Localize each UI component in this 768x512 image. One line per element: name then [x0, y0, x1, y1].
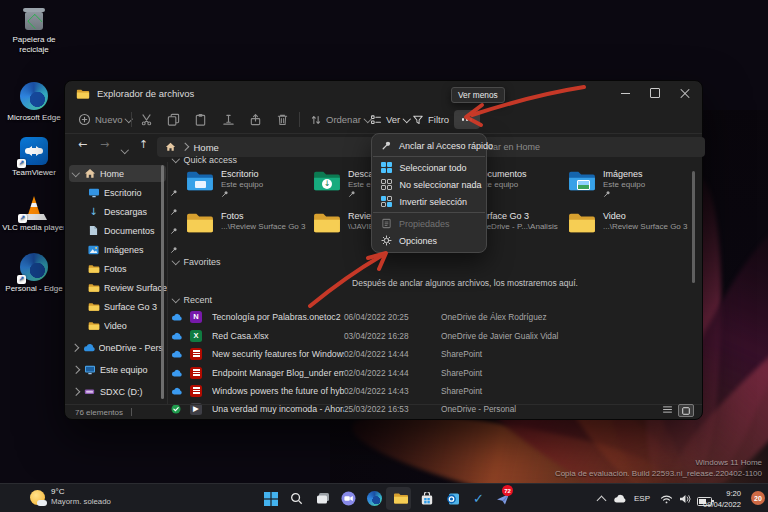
- notification-count-badge[interactable]: 20: [751, 491, 765, 505]
- select-none-icon: [381, 179, 392, 190]
- pin-icon: [170, 246, 178, 254]
- todo-check-icon: ✓: [473, 492, 484, 505]
- pin-icon: [170, 227, 178, 235]
- title-bar[interactable]: Explorador de archivos: [65, 81, 702, 106]
- volume-icon[interactable]: [676, 490, 693, 507]
- new-button[interactable]: Nuevo: [73, 109, 137, 130]
- sidebar-item-video[interactable]: Video: [69, 317, 181, 334]
- wifi-icon[interactable]: [658, 490, 675, 507]
- shortcut-arrow-icon: ↗: [17, 159, 26, 168]
- sidebar-item-documentos[interactable]: Documentos: [69, 222, 181, 239]
- menu-item-seleccionar-todo[interactable]: Seleccionar todo: [372, 159, 486, 176]
- up-button[interactable]: ↑: [139, 139, 148, 150]
- sidebar-item-imagenes[interactable]: Imágenes: [69, 241, 181, 258]
- cloud-sync-status-icon: [169, 387, 183, 395]
- desktop-icon-microsoft-edge[interactable]: Microsoft Edge: [1, 82, 67, 123]
- sidebar-scrollbar[interactable]: [161, 165, 164, 399]
- cloud-sync-status-icon: [169, 313, 183, 321]
- quick-access-tile-escritorio[interactable]: Escritorio Este equipo: [185, 169, 311, 209]
- sidebar-item-surface-go-3[interactable]: Surface Go 3: [69, 298, 181, 315]
- minimize-button[interactable]: [610, 81, 640, 105]
- sidebar-item-home[interactable]: Home: [69, 165, 166, 182]
- onedrive-cloud-icon: [82, 343, 94, 352]
- copy-button[interactable]: [162, 110, 184, 129]
- sidebar-item-este-equipo[interactable]: Este equipo: [69, 361, 166, 378]
- rename-button[interactable]: [217, 110, 239, 129]
- recent-file-row[interactable]: New security features for Windows 11 wil…: [169, 346, 694, 361]
- delete-button[interactable]: [271, 110, 293, 129]
- share-button[interactable]: [244, 110, 266, 129]
- sidebar-item-review-surface[interactable]: Review Surface: [69, 279, 181, 296]
- favorites-empty-message: Después de anclar algunos archivos, los …: [305, 278, 625, 288]
- quick-access-tile-fotos[interactable]: Fotos ...\Review Surface Go 3: [185, 211, 311, 251]
- menu-item-propiedades[interactable]: Propiedades: [372, 215, 486, 232]
- quick-access-tile-video[interactable]: Video ...\Review Surface Go 3: [567, 211, 693, 251]
- view-icon: [370, 114, 382, 126]
- recent-file-row[interactable]: Windows powers the future of hybrid work…: [169, 383, 694, 398]
- properties-icon: [381, 218, 392, 229]
- section-header-recent[interactable]: Recent: [173, 295, 212, 305]
- explorer-app-icon: [76, 88, 90, 100]
- see-more-button[interactable]: [454, 110, 480, 129]
- desktop-icon-vlc[interactable]: ↗ VLC media player: [1, 196, 67, 233]
- downloads-icon: ↓: [87, 207, 100, 217]
- taskbar-edge-button[interactable]: [366, 490, 383, 507]
- filter-button[interactable]: Filtro: [407, 109, 454, 130]
- teamviewer-icon: ↗: [20, 137, 48, 165]
- sidebar-item-fotos[interactable]: Fotos: [69, 260, 181, 277]
- recent-file-row[interactable]: X Red Casa.xlsx 03/04/2022 16:28 OneDriv…: [169, 328, 694, 343]
- search-icon: [290, 492, 303, 505]
- recent-file-row[interactable]: N Tecnología por Palabras.onetoc2 06/04/…: [169, 309, 694, 324]
- paste-icon: [194, 113, 207, 126]
- sidebar-item-onedrive[interactable]: OneDrive - Perso: [69, 339, 166, 356]
- desktop-icon-label: Papelera de reciclaje: [1, 35, 67, 54]
- clock[interactable]: 9:20 09/04/2022: [703, 488, 741, 510]
- maximize-button[interactable]: [640, 81, 670, 105]
- section-header-favorites[interactable]: Favorites: [173, 257, 221, 267]
- monitor-emblem: [195, 181, 206, 188]
- edge-icon: [367, 491, 382, 506]
- sidebar-item-descargas[interactable]: ↓ Descargas: [69, 203, 181, 220]
- sidebar-item-escritorio[interactable]: Escritorio: [69, 184, 181, 201]
- search-input[interactable]: [471, 141, 698, 153]
- menu-item-invertir-seleccion[interactable]: Invertir selección: [372, 193, 486, 210]
- taskbar-todo-button[interactable]: ✓: [470, 490, 487, 507]
- outlook-icon: [446, 492, 460, 506]
- taskbar-search-button[interactable]: [288, 490, 305, 507]
- paste-button[interactable]: [189, 110, 211, 129]
- pdf-file-icon: [190, 348, 202, 360]
- tray-onedrive-icon[interactable]: [611, 490, 628, 507]
- recent-locations-button[interactable]: [122, 142, 128, 154]
- desktop-icon-teamviewer[interactable]: ↗ TeamViewer: [1, 137, 67, 178]
- forward-button[interactable]: →: [100, 139, 109, 150]
- chevron-up-icon: [597, 496, 607, 506]
- trash-icon: [276, 113, 289, 126]
- taskbar-store-button[interactable]: [418, 490, 435, 507]
- pictures-icon: [87, 245, 100, 255]
- taskbar-chat-button[interactable]: [340, 490, 357, 507]
- section-header-quick-access[interactable]: Quick access: [173, 155, 237, 165]
- menu-item-anclar-acceso-rapido[interactable]: Anclar al Acceso rápido: [372, 137, 486, 154]
- taskbar-explorer-button[interactable]: [392, 490, 409, 507]
- start-button[interactable]: [262, 490, 279, 507]
- back-button[interactable]: ←: [78, 139, 87, 150]
- desktop-icon-personal-edge[interactable]: ↗ Personal - Edge: [1, 253, 67, 294]
- taskbar-outlook-button[interactable]: [444, 490, 461, 507]
- menu-separator: [373, 212, 485, 213]
- tray-time: 9:20: [703, 488, 741, 499]
- large-icons-view-button[interactable]: [678, 404, 694, 417]
- menu-item-no-seleccionar-nada[interactable]: No seleccionar nada: [372, 176, 486, 193]
- tray-show-hidden-icons[interactable]: [593, 492, 610, 509]
- task-view-button[interactable]: [314, 490, 331, 507]
- language-indicator[interactable]: ESP: [634, 494, 650, 503]
- details-view-button[interactable]: [660, 404, 674, 415]
- sidebar-item-sdxc-drive[interactable]: SDXC (D:): [69, 383, 166, 400]
- weather-widget[interactable]: 9°C Mayorm. soleado: [30, 487, 111, 507]
- folder-icon: [87, 283, 100, 293]
- close-button[interactable]: [670, 81, 700, 105]
- recent-file-row[interactable]: Endpoint Manager Blog_under embargo Apri…: [169, 365, 694, 380]
- cut-button[interactable]: [135, 110, 157, 129]
- menu-item-opciones[interactable]: Opciones: [372, 232, 486, 249]
- quick-access-tile-imagenes[interactable]: Imágenes Este equipo: [567, 169, 693, 209]
- desktop-icon-recycle-bin[interactable]: Papelera de reciclaje: [1, 6, 67, 54]
